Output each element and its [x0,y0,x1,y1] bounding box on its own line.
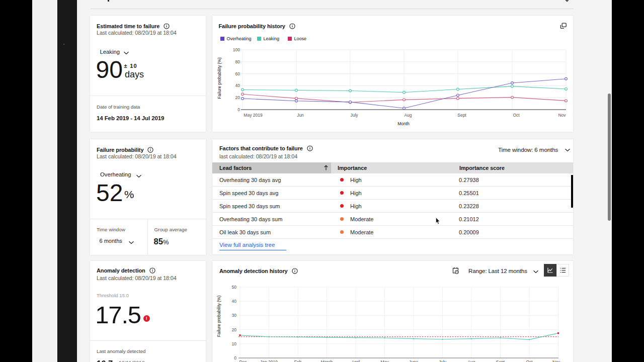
svg-text:Failure probability (%): Failure probability (%) [217,57,222,99]
svg-text:20: 20 [232,327,237,332]
svg-text:July: July [439,359,447,362]
svg-text:Oct: Oct [513,113,520,118]
svg-text:Sept: Sept [496,359,505,362]
svg-text:Aug: Aug [467,359,475,362]
svg-text:June: June [409,359,419,362]
svg-text:50: 50 [232,285,237,290]
svg-text:March: March [321,359,333,362]
svg-text:Jun: Jun [297,113,304,118]
svg-text:60: 60 [235,71,240,76]
svg-text:April: April [351,359,360,362]
svg-text:Dec: Dec [239,359,247,362]
svg-text:July: July [350,113,358,118]
svg-text:0: 0 [237,107,240,112]
svg-text:Nov: Nov [552,359,560,362]
svg-text:Feb: Feb [294,359,302,362]
svg-text:May: May [380,359,389,362]
svg-text:Month: Month [397,121,410,126]
svg-text:40: 40 [235,83,240,88]
svg-text:40: 40 [232,299,237,304]
svg-text:Aug: Aug [404,113,412,118]
svg-text:80: 80 [235,59,240,64]
svg-text:30: 30 [232,313,237,318]
svg-text:Failure probability (%): Failure probability (%) [216,295,221,337]
svg-text:20: 20 [235,95,240,100]
svg-text:May 2019: May 2019 [244,113,263,118]
svg-text:10: 10 [232,341,237,346]
svg-text:Oct: Oct [526,359,533,362]
svg-text:100: 100 [233,47,240,52]
svg-text:0: 0 [234,355,236,360]
svg-text:Sept: Sept [457,113,466,118]
svg-text:Nov: Nov [558,113,566,118]
svg-text:Jan 2019: Jan 2019 [260,359,278,362]
